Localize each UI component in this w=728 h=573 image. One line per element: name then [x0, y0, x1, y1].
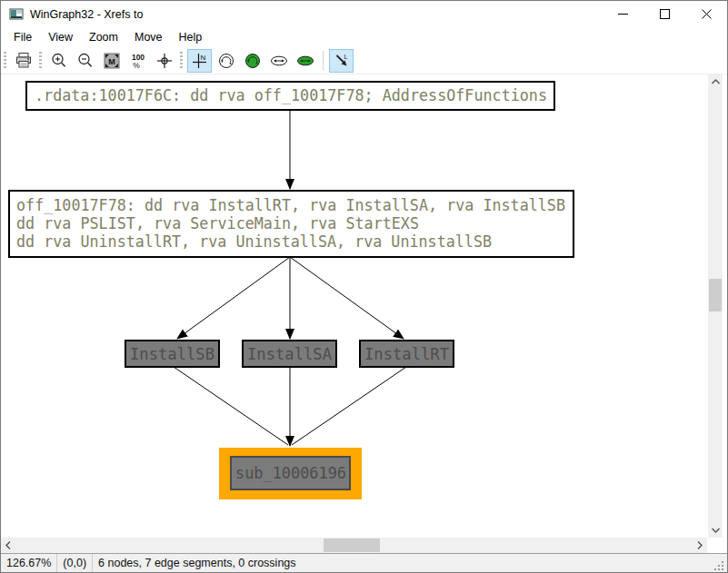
status-graph-stats: 6 nodes, 7 edge segments, 0 crossings [93, 554, 302, 572]
center-crosshair-icon [155, 52, 174, 70]
toolbar-gripper[interactable] [39, 52, 42, 70]
node-label: InstallSA [247, 345, 332, 363]
minimize-icon [618, 9, 628, 19]
zoom-fit-icon: M [103, 52, 121, 70]
maximize-button[interactable] [643, 1, 685, 27]
edge [292, 367, 406, 445]
menu-move[interactable]: Move [126, 29, 171, 45]
zoom-fit-glyph: M [108, 56, 115, 65]
chevron-up-icon [712, 79, 720, 84]
axes-icon: N [191, 52, 209, 70]
zoom-out-button[interactable] [73, 49, 97, 73]
graph-canvas[interactable]: .rdata:10017F6C: dd rva off_10017F78; Ad… [1, 74, 727, 553]
scroll-down-button[interactable] [708, 523, 723, 538]
edge [290, 257, 404, 339]
toolbar-band-print [1, 47, 36, 74]
status-bar: 126.67% (0,0) 6 nodes, 7 edge segments, … [1, 553, 727, 572]
layout-original-glyph: N [200, 54, 205, 62]
zoom-out-icon [76, 52, 95, 70]
zoom-100-button[interactable]: 100 % [125, 49, 150, 73]
title-bar: WinGraph32 - Xrefs to [1, 1, 727, 27]
layout-circular-button[interactable] [214, 49, 238, 73]
chevron-down-icon [712, 528, 720, 533]
layout-circular-colored-button[interactable] [240, 49, 264, 73]
graph-node-InstallRT[interactable]: InstallRT [360, 341, 454, 367]
chevron-left-icon [5, 541, 11, 549]
node-label: sub_10006196 [235, 464, 346, 482]
edges [174, 110, 406, 446]
graph-node-sub-10006196-selected[interactable]: sub_10006196 [219, 448, 362, 499]
toolbar-gripper[interactable] [180, 52, 183, 70]
diagonal-arrow-icon: L [333, 52, 351, 70]
circle-arrows-icon [217, 52, 235, 70]
graph-node-InstallSB[interactable]: InstallSB [125, 341, 219, 367]
zoom-in-button[interactable] [46, 49, 71, 73]
horizontal-scrollbar[interactable] [1, 538, 707, 553]
toolbar-band-layout: N [177, 47, 354, 74]
app-icon [9, 7, 24, 22]
menu-help[interactable]: Help [171, 29, 211, 45]
close-icon [702, 9, 712, 19]
menu-zoom[interactable]: Zoom [81, 29, 126, 45]
edge [177, 257, 290, 339]
green-circle-arrows-icon [244, 52, 262, 70]
node-text: .rdata:10017F6C: dd rva off_10017F78; Ad… [35, 86, 547, 104]
status-coordinates: (0,0) [57, 554, 93, 572]
wingraph32-window: WinGraph32 - Xrefs to File View [0, 0, 728, 573]
maximize-icon [660, 9, 670, 19]
zoom-100-icon: 100 % [129, 52, 147, 70]
follow-edge-glyph: L [344, 53, 347, 59]
zoom-fit-button[interactable]: M [99, 49, 124, 73]
follow-edge-button[interactable]: L [329, 49, 354, 73]
scroll-right-button[interactable] [693, 538, 707, 552]
toolbar-band-zoom: M 100 % [36, 47, 177, 74]
horizontal-scrollbar-thumb[interactable] [324, 538, 380, 552]
scroll-left-button[interactable] [1, 538, 15, 552]
layout-original-button[interactable]: N [187, 49, 212, 73]
node-label: InstallRT [364, 345, 449, 363]
graph-node-rdata[interactable]: .rdata:10017F6C: dd rva off_10017F78; Ad… [26, 82, 554, 110]
green-ellipse-arrows-icon [296, 52, 314, 70]
chevron-right-icon [697, 541, 703, 549]
node-text-line2: dd rva PSLIST, rva ServiceMain, rva Star… [16, 214, 419, 232]
vertical-scrollbar[interactable] [708, 74, 723, 538]
toolbar-gripper[interactable] [4, 52, 6, 70]
menu-view[interactable]: View [40, 29, 81, 45]
node-text-line1: off_10017F78: dd rva InstallRT, rva Inst… [16, 196, 565, 214]
graph-node-off-10017F78[interactable]: off_10017F78: dd rva InstallRT, rva Inst… [9, 191, 573, 257]
layout-elliptic-button[interactable] [266, 49, 291, 73]
ellipse-arrows-icon [270, 52, 288, 70]
center-view-button[interactable] [152, 49, 176, 73]
close-button[interactable] [685, 1, 727, 27]
zoom-in-icon [50, 52, 68, 70]
window-controls [602, 1, 727, 27]
menu-bar: File View Zoom Move Help [1, 27, 727, 47]
minimize-button[interactable] [602, 1, 643, 27]
print-button[interactable] [11, 49, 35, 73]
window-title: WinGraph32 - Xrefs to [30, 8, 143, 21]
status-zoom-level: 126.67% [1, 554, 57, 572]
xref-graph: .rdata:10017F6C: dd rva off_10017F78; Ad… [1, 74, 707, 538]
vertical-scrollbar-thumb[interactable] [709, 279, 722, 311]
node-label: InstallSB [130, 345, 214, 363]
printer-icon [15, 52, 33, 70]
zoom-100-bottom-glyph: % [133, 61, 140, 70]
resize-grip[interactable] [713, 560, 725, 572]
toolbar-separator [323, 51, 324, 71]
scroll-up-button[interactable] [708, 74, 723, 89]
toolbar: M 100 % [1, 47, 727, 74]
menu-file[interactable]: File [5, 29, 40, 45]
layout-elliptic-colored-button[interactable] [293, 49, 317, 73]
node-text-line3: dd rva UninstallRT, rva UninstallSA, rva… [16, 232, 492, 251]
graph-node-InstallSA[interactable]: InstallSA [243, 341, 336, 367]
edge [174, 367, 288, 445]
